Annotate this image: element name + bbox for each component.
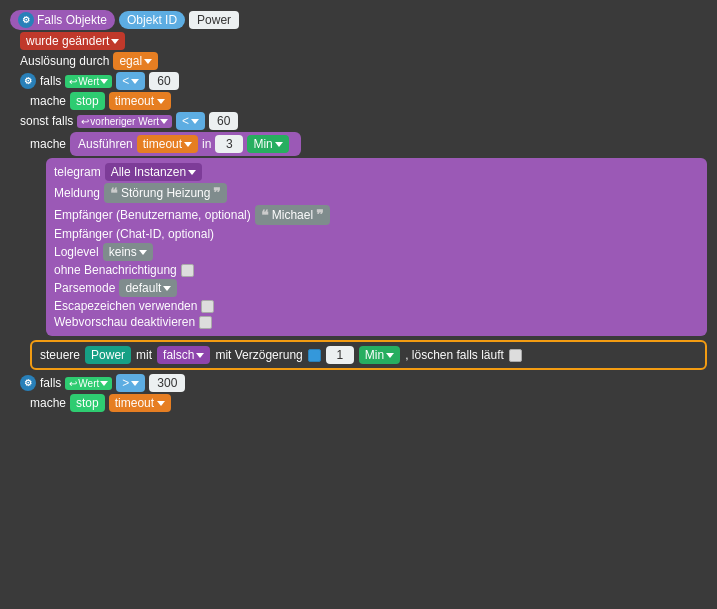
falls2-label: falls	[40, 376, 61, 390]
chevron-down-icon	[100, 381, 108, 386]
telegram-row: telegram Alle Instanzen	[54, 163, 699, 181]
min-label: Min	[253, 137, 272, 151]
ohne-benachrichtigung-checkbox[interactable]	[181, 264, 194, 277]
wurde-geandert-dropdown[interactable]: wurde geändert	[20, 32, 125, 50]
auslosung-value: egal	[119, 54, 142, 68]
falls2-operator[interactable]: >	[116, 374, 145, 392]
empfanger1-value: Michael	[272, 208, 313, 222]
vorheriger-wert-label: vorheriger Wert	[90, 116, 159, 127]
falls1-row: ⚙ falls ↩ Wert < 60	[20, 72, 707, 90]
mache3-label: mache	[30, 396, 66, 410]
alle-instanzen-label: Alle Instanzen	[111, 165, 186, 179]
chevron-down-icon	[188, 170, 196, 175]
escapezeichen-row: Escapezeichen verwenden	[54, 299, 699, 313]
parsemode-row: Parsemode default	[54, 279, 699, 297]
chevron-down-icon	[111, 39, 119, 44]
stop3-pill[interactable]: stop	[70, 394, 105, 412]
chevron-down-icon	[191, 119, 199, 124]
chevron-down-icon	[163, 286, 171, 291]
objekt-id-label: Objekt ID	[127, 13, 177, 27]
chevron-down-icon	[139, 250, 147, 255]
timeout1-pill[interactable]: timeout	[109, 92, 171, 110]
chevron-down-icon	[131, 79, 139, 84]
sonst-falls-value[interactable]: 60	[209, 112, 238, 130]
sonst-falls-operator[interactable]: <	[176, 112, 205, 130]
auslosung-label: Auslösung durch	[20, 54, 109, 68]
min-dropdown[interactable]: Min	[247, 135, 288, 153]
stop3-label: stop	[76, 396, 99, 410]
falls1-value[interactable]: 60	[149, 72, 178, 90]
alle-instanzen-dropdown[interactable]: Alle Instanzen	[105, 163, 202, 181]
webvorschau-row: Webvorschau deaktivieren	[54, 315, 699, 329]
parsemode-label: Parsemode	[54, 281, 115, 295]
objekt-id-block: Objekt ID	[119, 11, 185, 29]
loglevel-value: keins	[109, 245, 137, 259]
chevron-down-icon	[184, 142, 192, 147]
falls1-op-label: <	[122, 74, 129, 88]
objekt-id-value[interactable]: Power	[189, 11, 239, 29]
webvorschau-checkbox[interactable]	[199, 316, 212, 329]
steuere-row: steuere Power mit falsch mit Verzögerung…	[30, 340, 707, 370]
falls-objekte-row: ⚙ Falls Objekte Objekt ID Power	[10, 10, 707, 30]
chevron-down-icon	[131, 381, 139, 386]
wurde-geandert-row: wurde geändert	[20, 32, 707, 50]
loschen-checkbox[interactable]	[509, 349, 522, 362]
webvorschau-label: Webvorschau deaktivieren	[54, 315, 195, 329]
delay-min-label: Min	[365, 348, 384, 362]
loglevel-label: Loglevel	[54, 245, 99, 259]
chevron-down-icon	[157, 401, 165, 406]
delay-value[interactable]: 1	[326, 346, 354, 364]
falls-objekte-label: Falls Objekte	[37, 13, 107, 27]
wert1-label: Wert	[78, 76, 99, 87]
steuere-label: steuere	[40, 348, 80, 362]
delay-min-dropdown[interactable]: Min	[359, 346, 400, 364]
canvas: ⚙ Falls Objekte Objekt ID Power wurde ge…	[0, 0, 717, 609]
falls1-icon: ⚙	[20, 73, 36, 89]
falls1-container: ⚙ falls ↩ Wert < 60 mache stop timeout	[20, 72, 707, 370]
mache2-row: mache Ausführen timeout in 3 Min	[30, 132, 707, 156]
parsemode-dropdown[interactable]: default	[119, 279, 177, 297]
mache2-label: mache	[30, 137, 66, 151]
auslosung-dropdown[interactable]: egal	[113, 52, 158, 70]
sonst-falls-op-label: <	[182, 114, 189, 128]
empfanger1-label: Empfänger (Benutzername, optional)	[54, 208, 251, 222]
mit-verzogerung-label: mit Verzögerung	[215, 348, 302, 362]
ohne-benachrichtigung-label: ohne Benachrichtigung	[54, 263, 177, 277]
loschen-label: , löschen falls läuft	[405, 348, 504, 362]
mache3-row: mache stop timeout	[30, 394, 707, 412]
meldung-label: Meldung	[54, 186, 100, 200]
falls2-container: ⚙ falls ↩ Wert > 300 mache stop timeout	[20, 374, 707, 412]
steuere-power-label: Power	[91, 348, 125, 362]
telegram-block: telegram Alle Instanzen Meldung ❝ Störun…	[46, 158, 707, 336]
meldung-value-block: ❝ Störung Heizung ❞	[104, 183, 227, 203]
falls-objekte-icon: ⚙	[18, 12, 34, 28]
ausfuhren-label: Ausführen	[78, 137, 133, 151]
time-value[interactable]: 3	[215, 135, 243, 153]
stop1-pill[interactable]: stop	[70, 92, 105, 110]
wert1-connector: ↩ Wert	[65, 75, 112, 88]
falls2-value[interactable]: 300	[149, 374, 185, 392]
in-label: in	[202, 137, 211, 151]
falls-objekte-block: ⚙ Falls Objekte	[10, 10, 115, 30]
wurde-geandert-label: wurde geändert	[26, 34, 109, 48]
mache2-container: mache Ausführen timeout in 3 Min	[30, 132, 707, 370]
loglevel-row: Loglevel keins	[54, 243, 699, 261]
sonst-falls-row: sonst falls ↩ vorheriger Wert < 60	[20, 112, 707, 130]
wert2-connector: ↩ Wert	[65, 377, 112, 390]
escapezeichen-checkbox[interactable]	[201, 300, 214, 313]
vorheriger-wert-connector: ↩ vorheriger Wert	[77, 115, 172, 128]
steuere-falsch-dropdown[interactable]: falsch	[157, 346, 210, 364]
timeout1-label: timeout	[115, 94, 154, 108]
steuere-power-pill: Power	[85, 346, 131, 364]
timeout3-pill[interactable]: timeout	[109, 394, 171, 412]
telegram-label: telegram	[54, 165, 101, 179]
falls2-op-label: >	[122, 376, 129, 390]
falls1-operator[interactable]: <	[116, 72, 145, 90]
parsemode-value: default	[125, 281, 161, 295]
stop1-label: stop	[76, 94, 99, 108]
verzogerung-checkbox[interactable]	[308, 349, 321, 362]
meldung-value: Störung Heizung	[121, 186, 210, 200]
falls1-label: falls	[40, 74, 61, 88]
loglevel-dropdown[interactable]: keins	[103, 243, 153, 261]
timeout2-dropdown[interactable]: timeout	[137, 135, 198, 153]
